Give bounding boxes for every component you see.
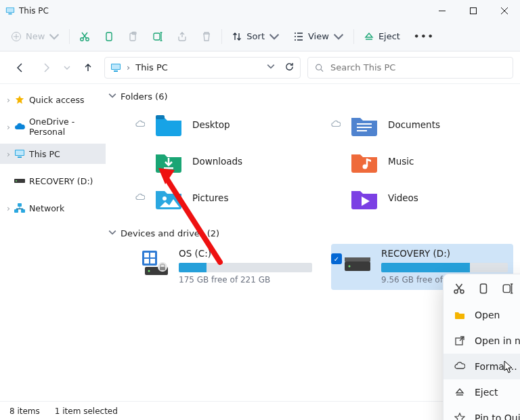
- context-item-label: Pin to Quick access: [475, 413, 520, 420]
- paste-button[interactable]: [121, 25, 146, 48]
- address-expand[interactable]: [267, 62, 275, 72]
- search-input[interactable]: [329, 62, 506, 73]
- up-button[interactable]: [79, 58, 98, 77]
- open-new-icon: [454, 335, 465, 346]
- sidebar-item-label: OneDrive - Personal: [29, 117, 102, 137]
- folder-downloads[interactable]: Downloads: [135, 146, 318, 176]
- folder-icon: [350, 149, 378, 173]
- cut-icon[interactable]: [453, 282, 465, 297]
- context-open-new-window[interactable]: Open in new window: [443, 328, 520, 354]
- sidebar: › Quick access › OneDrive - Personal › T…: [0, 84, 106, 401]
- drive-os-c[interactable]: OS (C:) 175 GB free of 221 GB: [135, 244, 318, 290]
- folder-pictures[interactable]: Pictures: [135, 183, 318, 213]
- chevron-right-icon: ›: [7, 122, 10, 132]
- new-label: New: [26, 31, 45, 41]
- eject-button[interactable]: Eject: [357, 25, 407, 48]
- view-button[interactable]: View: [286, 25, 351, 48]
- drive-free-text: 175 GB free of 221 GB: [179, 275, 312, 285]
- context-format[interactable]: Format...: [443, 354, 520, 379]
- delete-button[interactable]: [194, 25, 219, 48]
- folder-label: Music: [388, 156, 414, 167]
- minimize-button[interactable]: [427, 0, 458, 22]
- sidebar-item-recovery[interactable]: › RECOVERY (D:): [0, 171, 106, 191]
- svg-rect-16: [16, 150, 24, 155]
- svg-rect-24: [357, 123, 372, 125]
- share-button[interactable]: [170, 25, 194, 48]
- title-bar: This PC: [0, 0, 520, 22]
- context-item-label: Open: [475, 310, 500, 320]
- section-drives[interactable]: Devices and drives (2): [108, 224, 513, 243]
- context-item-label: Open in new window: [475, 335, 520, 346]
- chevron-down-icon: [108, 91, 116, 102]
- chevron-right-icon: ›: [7, 203, 10, 213]
- status-selected: 1 item selected: [55, 406, 118, 416]
- svg-rect-31: [144, 253, 149, 257]
- folder-documents[interactable]: Documents: [331, 110, 513, 140]
- copy-icon[interactable]: [477, 282, 490, 297]
- eject-icon: [454, 387, 465, 398]
- chevron-down-icon: [108, 228, 116, 238]
- rename-icon[interactable]: [502, 282, 514, 297]
- folder-desktop[interactable]: Desktop: [135, 110, 318, 140]
- folder-icon: [154, 112, 183, 137]
- sidebar-item-quick-access[interactable]: › Quick access: [0, 89, 106, 110]
- svg-point-14: [316, 64, 322, 70]
- folder-open-icon: [454, 310, 465, 320]
- breadcrumb-location[interactable]: This PC: [135, 62, 168, 72]
- folder-videos[interactable]: Videos: [331, 183, 513, 213]
- chevron-right-icon: ›: [7, 95, 10, 105]
- more-button[interactable]: •••: [407, 25, 441, 48]
- monitor-icon: [110, 63, 121, 72]
- svg-rect-45: [481, 284, 487, 293]
- svg-rect-25: [357, 127, 372, 128]
- forward-button[interactable]: [37, 58, 56, 77]
- svg-rect-33: [144, 259, 149, 264]
- context-open[interactable]: Open Enter: [443, 302, 520, 328]
- sidebar-item-network[interactable]: › Network: [0, 198, 106, 218]
- back-button[interactable]: [11, 58, 30, 77]
- drive-label: OS (C:): [179, 248, 312, 259]
- folder-label: Videos: [388, 192, 418, 203]
- toolbar: New Sort View Eject •••: [0, 22, 520, 51]
- recent-button[interactable]: [62, 58, 72, 77]
- drive-icon: [141, 249, 169, 276]
- section-label: Devices and drives (2): [121, 228, 219, 238]
- search-box[interactable]: [307, 57, 513, 79]
- drive-label: RECOVERY (D:): [381, 248, 508, 259]
- separator: [69, 29, 70, 44]
- svg-point-28: [363, 165, 368, 169]
- svg-rect-23: [156, 115, 165, 119]
- main: › Quick access › OneDrive - Personal › T…: [0, 84, 520, 401]
- folder-label: Desktop: [192, 119, 230, 130]
- onedrive-sync-icon: [135, 120, 145, 130]
- star-icon: [14, 95, 25, 104]
- folder-label: Pictures: [192, 192, 228, 203]
- sidebar-item-this-pc[interactable]: › This PC: [0, 144, 106, 164]
- address-bar[interactable]: › This PC: [104, 57, 301, 79]
- sort-button[interactable]: Sort: [225, 25, 286, 48]
- context-menu: Open Enter Open in new window Format... …: [443, 274, 520, 420]
- close-button[interactable]: [489, 0, 520, 22]
- rename-button[interactable]: [146, 25, 170, 48]
- status-bar: 8 items 1 item selected: [0, 401, 520, 420]
- section-folders[interactable]: Folders (6): [108, 87, 513, 106]
- new-button[interactable]: New: [4, 25, 66, 48]
- svg-rect-34: [150, 259, 155, 264]
- folder-music[interactable]: Music: [331, 146, 513, 176]
- context-pin-quick-access[interactable]: Pin to Quick access: [443, 405, 520, 420]
- svg-point-29: [162, 196, 167, 201]
- maximize-button[interactable]: [458, 0, 489, 22]
- drive-usage-bar: [179, 263, 312, 272]
- context-eject[interactable]: Eject: [443, 379, 520, 405]
- sidebar-item-label: Network: [29, 203, 64, 213]
- star-icon: [454, 413, 465, 420]
- svg-rect-20: [18, 203, 22, 207]
- refresh-button[interactable]: [284, 62, 295, 74]
- svg-rect-21: [14, 209, 18, 213]
- copy-button[interactable]: [97, 25, 121, 48]
- cut-button[interactable]: [72, 25, 97, 48]
- folder-icon: [154, 186, 183, 210]
- svg-rect-42: [345, 257, 370, 261]
- sidebar-item-onedrive[interactable]: › OneDrive - Personal: [0, 117, 106, 137]
- folder-label: Documents: [388, 119, 440, 130]
